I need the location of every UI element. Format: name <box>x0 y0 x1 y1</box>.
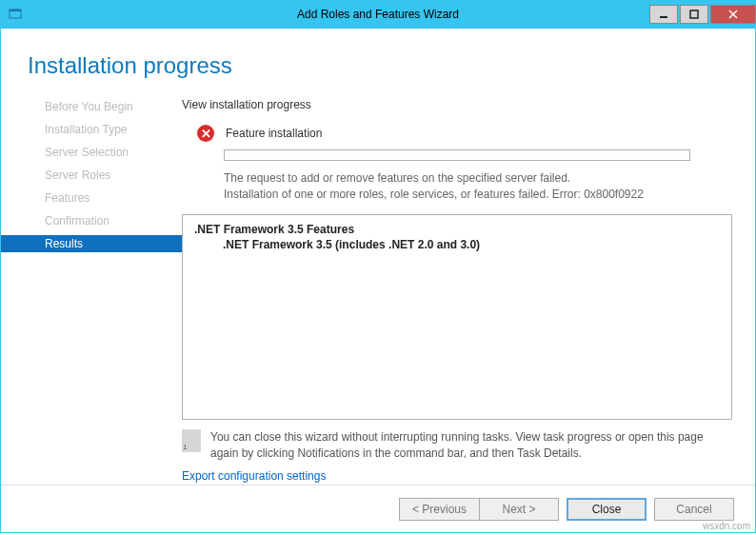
nav-button-group: < Previous Next > <box>399 498 559 521</box>
error-icon: ✕ <box>197 125 214 142</box>
sidebar: Before You Begin Installation Type Serve… <box>1 98 182 485</box>
maximize-button[interactable] <box>680 5 708 24</box>
page-title: Installation progress <box>28 52 755 79</box>
sidebar-item-before-you-begin: Before You Begin <box>26 98 182 115</box>
window-title: Add Roles and Features Wizard <box>297 8 459 21</box>
sidebar-item-features: Features <box>26 189 182 207</box>
content: Before You Begin Installation Type Serve… <box>1 98 755 485</box>
next-button: Next > <box>479 498 559 521</box>
error-line-2: Installation of one or more roles, role … <box>224 187 732 203</box>
status-row: ✕ Feature installation <box>197 125 732 142</box>
sidebar-item-confirmation: Confirmation <box>26 212 182 229</box>
app-icon <box>8 7 23 22</box>
flag-icon: 1 <box>182 429 201 452</box>
close-window-button[interactable] <box>710 5 756 24</box>
window-controls <box>649 5 756 24</box>
window-body: Installation progress Before You Begin I… <box>0 29 756 533</box>
sidebar-item-server-roles: Server Roles <box>26 167 182 184</box>
note-text: You can close this wizard without interr… <box>210 429 732 462</box>
watermark: wsxdn.com <box>703 521 750 531</box>
header: Installation progress <box>1 29 755 98</box>
main-panel: View installation progress ✕ Feature ins… <box>182 98 755 485</box>
feature-list: .NET Framework 3.5 Features .NET Framewo… <box>182 214 732 421</box>
close-button[interactable]: Close <box>567 498 647 521</box>
minimize-button[interactable] <box>649 5 678 24</box>
progress-bar <box>224 149 690 161</box>
note-row: 1 You can close this wizard without inte… <box>182 429 732 462</box>
sidebar-item-results[interactable]: Results <box>1 235 182 252</box>
feature-child: .NET Framework 3.5 (includes .NET 2.0 an… <box>194 238 720 251</box>
sidebar-item-server-selection: Server Selection <box>26 144 182 161</box>
previous-button: < Previous <box>399 498 479 521</box>
cancel-button: Cancel <box>654 498 734 521</box>
titlebar: Add Roles and Features Wizard <box>0 0 756 29</box>
error-line-1: The request to add or remove features on… <box>224 170 732 187</box>
svg-rect-3 <box>690 10 698 18</box>
sidebar-item-installation-type: Installation Type <box>26 121 182 138</box>
feature-parent: .NET Framework 3.5 Features <box>194 223 720 236</box>
instruction-label: View installation progress <box>182 98 732 111</box>
svg-rect-1 <box>10 10 21 11</box>
button-bar: < Previous Next > Close Cancel <box>1 485 755 532</box>
export-configuration-link[interactable]: Export configuration settings <box>182 469 732 483</box>
status-text: Feature installation <box>226 127 322 140</box>
error-message: The request to add or remove features on… <box>224 170 732 203</box>
